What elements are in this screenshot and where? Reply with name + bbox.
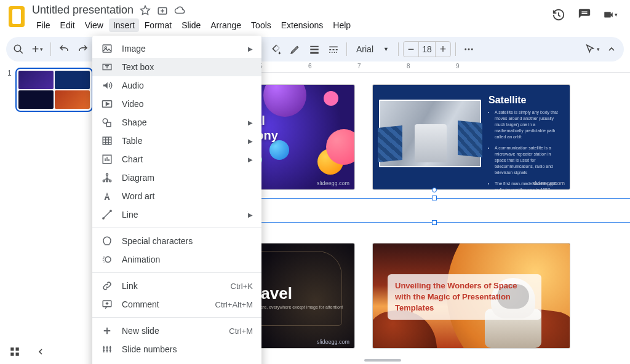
undo-button[interactable] (55, 41, 73, 58)
svg-rect-7 (333, 49, 335, 50)
font-size-control[interactable]: − 18 + (403, 41, 451, 57)
new-slide-button[interactable]: +▾ (29, 41, 46, 58)
watermark: slideegg.com (317, 180, 349, 186)
menu-item-label: Link (122, 281, 222, 291)
comment-icon (101, 298, 113, 311)
textbox-icon (101, 61, 113, 73)
increase-font-button[interactable]: + (436, 42, 450, 56)
redo-button[interactable] (74, 41, 92, 58)
border-dash-icon[interactable] (325, 41, 342, 58)
menu-edit[interactable]: Edit (56, 18, 79, 32)
resize-handle[interactable] (432, 196, 437, 200)
app-logo[interactable] (9, 6, 25, 27)
comments-icon[interactable] (577, 7, 592, 22)
menu-item-image[interactable]: Image▶ (92, 39, 261, 58)
slide-thumbnail[interactable] (15, 68, 93, 112)
camera-icon[interactable]: ▾ (603, 7, 618, 22)
svg-point-29 (103, 180, 105, 182)
svg-rect-2 (310, 46, 319, 47)
svg-point-30 (106, 180, 108, 182)
animation-icon (101, 253, 113, 266)
image-icon (101, 42, 113, 55)
audio-icon (101, 79, 113, 92)
svg-rect-16 (10, 347, 14, 350)
font-family-select[interactable]: Arial▼ (351, 41, 394, 57)
svg-point-33 (110, 210, 111, 212)
menu-item-label: Image (122, 44, 239, 53)
menu-item-word-art[interactable]: Word art (92, 187, 261, 205)
menu-item-label: Line (122, 210, 239, 220)
menu-item-slide-numbers[interactable]: Slide numbers (92, 340, 261, 358)
newslide-icon (101, 325, 113, 337)
svg-rect-25 (106, 122, 111, 127)
menu-slide[interactable]: Slide (177, 18, 205, 32)
star-icon[interactable] (140, 5, 151, 16)
decrease-font-button[interactable]: − (404, 42, 418, 56)
watermark: slideegg.com (532, 180, 565, 186)
fill-color-icon[interactable] (268, 41, 285, 58)
slide-card-satellite[interactable]: Satellite A satellite is simply any body… (373, 85, 570, 189)
border-weight-icon[interactable] (306, 41, 323, 58)
chart-icon (101, 153, 113, 165)
insert-menu-dropdown: Image▶Text boxAudioVideoShape▶Table▶Char… (92, 36, 261, 364)
slide-thumbnail-rail: 1 (0, 61, 98, 364)
menu-item-shape[interactable]: Shape▶ (92, 113, 261, 132)
menu-item-label: Animation (122, 255, 253, 264)
pointer-icon[interactable]: ▾ (583, 41, 600, 58)
submenu-arrow-icon: ▶ (248, 119, 253, 126)
more-options-icon[interactable] (460, 41, 477, 58)
text-box-selection[interactable] (225, 198, 630, 223)
resize-handle[interactable] (432, 220, 437, 225)
menu-tools[interactable]: Tools (247, 18, 276, 32)
border-color-icon[interactable] (287, 41, 304, 58)
menu-item-video[interactable]: Video (92, 95, 261, 113)
menu-item-table[interactable]: Table▶ (92, 132, 261, 150)
menu-item-text-box[interactable]: Text box (92, 58, 261, 76)
menu-item-label: Diagram (122, 173, 253, 183)
menu-view[interactable]: View (81, 18, 108, 32)
menu-item-special-characters[interactable]: Special characters (92, 232, 261, 250)
menu-insert[interactable]: Insert (109, 18, 139, 32)
collapse-icon[interactable] (603, 41, 620, 58)
svg-point-28 (106, 173, 108, 175)
font-size-value[interactable]: 18 (418, 42, 436, 57)
svg-rect-4 (310, 52, 319, 54)
scroll-indicator[interactable] (364, 359, 401, 362)
grid-view-icon[interactable] (7, 344, 22, 359)
cloud-icon[interactable] (174, 5, 185, 16)
menu-shortcut: Ctrl+M (229, 326, 253, 336)
history-icon[interactable] (551, 7, 566, 22)
menu-item-new-slide[interactable]: New slideCtrl+M (92, 322, 261, 340)
search-icon[interactable] (10, 41, 27, 58)
menu-file[interactable]: File (32, 18, 55, 32)
menu-item-diagram[interactable]: Diagram (92, 168, 261, 187)
svg-point-13 (465, 49, 466, 50)
menu-arrange[interactable]: Arrange (206, 18, 245, 32)
watermark: slideegg.com (317, 339, 349, 345)
link-icon (101, 280, 113, 292)
svg-point-1 (14, 45, 21, 52)
svg-point-15 (471, 49, 473, 50)
slide-card-wonders[interactable]: Unveiling the Wonders of Space with the … (373, 243, 570, 348)
menu-item-audio[interactable]: Audio (92, 76, 261, 95)
menu-item-comment[interactable]: CommentCtrl+Alt+M (92, 295, 261, 314)
svg-rect-17 (16, 347, 19, 350)
svg-rect-9 (329, 52, 330, 53)
move-icon[interactable] (157, 5, 168, 16)
rotate-handle[interactable] (432, 188, 437, 192)
menu-item-link[interactable]: LinkCtrl+K (92, 277, 261, 295)
collapse-panel-icon[interactable] (33, 344, 48, 359)
menu-help[interactable]: Help (329, 18, 355, 32)
menu-item-label: Shape (122, 117, 239, 127)
svg-rect-11 (334, 52, 335, 53)
svg-rect-19 (16, 353, 19, 356)
menu-item-label: Comment (122, 299, 207, 309)
menu-item-label: Word art (122, 191, 253, 201)
document-title[interactable]: Untitled presentation (32, 4, 134, 17)
menu-item-label: Video (122, 99, 253, 109)
menu-format[interactable]: Format (140, 18, 176, 32)
menu-item-line[interactable]: Line▶ (92, 205, 261, 224)
menu-item-animation[interactable]: Animation (92, 250, 261, 269)
menu-item-chart[interactable]: Chart▶ (92, 150, 261, 168)
menu-extensions[interactable]: Extensions (277, 18, 327, 32)
